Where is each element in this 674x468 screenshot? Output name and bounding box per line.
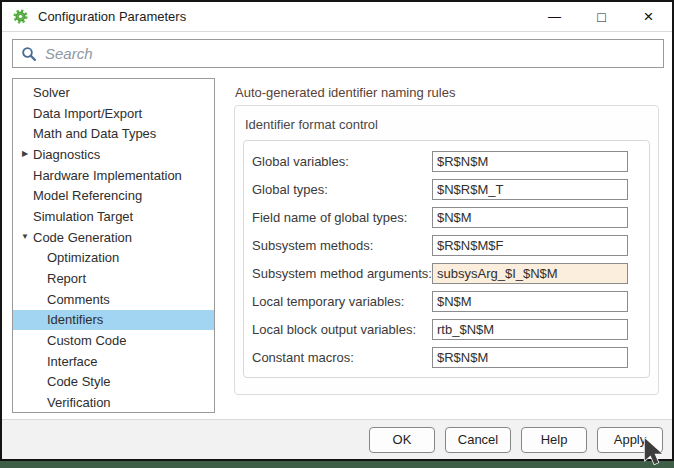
- search-bar: [12, 39, 664, 68]
- title-bar: Configuration Parameters — □ ×: [2, 2, 672, 32]
- field-input[interactable]: [432, 151, 628, 172]
- window-controls: — □ ×: [531, 2, 672, 31]
- field-label: Field name of global types:: [252, 210, 432, 225]
- field-row-global-types: Global types:: [252, 179, 641, 200]
- identifier-format-control-group: Global variables: Global types: Field na…: [243, 140, 650, 378]
- sidebar-item-simulation-target[interactable]: Simulation Target: [13, 206, 214, 227]
- close-button[interactable]: ×: [625, 2, 672, 31]
- field-row-subsystem-methods: Subsystem methods:: [252, 235, 641, 256]
- search-icon: [21, 46, 37, 62]
- tree-item-label: Report: [47, 271, 86, 286]
- sidebar-item-model-referencing[interactable]: Model Referencing: [13, 185, 214, 206]
- sidebar-item-diagnostics[interactable]: ▶ Diagnostics: [13, 144, 214, 165]
- category-tree: Solver Data Import/Export Math and Data …: [12, 78, 215, 413]
- sidebar-item-math-and-data-types[interactable]: Math and Data Types: [13, 123, 214, 144]
- tree-item-label: Solver: [33, 85, 70, 100]
- mouse-cursor: [642, 437, 666, 467]
- tree-item-label: Custom Code: [47, 333, 126, 348]
- sidebar-item-report[interactable]: Report: [13, 268, 214, 289]
- field-label: Global types:: [252, 182, 432, 197]
- tree-arrow-icon[interactable]: ▶: [17, 150, 33, 158]
- sidebar-item-solver[interactable]: Solver: [13, 82, 214, 103]
- field-row-constant-macros: Constant macros:: [252, 347, 641, 368]
- sidebar-item-identifiers[interactable]: Identifiers: [13, 310, 214, 331]
- tree-item-label: Identifiers: [47, 312, 103, 327]
- group-title: Identifier format control: [245, 117, 650, 132]
- configuration-parameters-window: Configuration Parameters — □ × Solver: [0, 0, 674, 461]
- sidebar-item-custom-code[interactable]: Custom Code: [13, 330, 214, 351]
- help-button[interactable]: Help: [521, 427, 587, 453]
- tree-item-label: Simulation Target: [33, 209, 133, 224]
- sidebar-item-comments[interactable]: Comments: [13, 289, 214, 310]
- tree-item-label: Math and Data Types: [33, 126, 156, 141]
- field-input[interactable]: [432, 207, 628, 228]
- section-heading: Auto-generated identifier naming rules: [235, 85, 455, 100]
- tree-item-label: Interface: [47, 354, 98, 369]
- tree-item-label: Code Generation: [33, 230, 132, 245]
- window-title: Configuration Parameters: [38, 9, 186, 24]
- app-gear-icon: [12, 8, 29, 25]
- tree-item-label: Model Referencing: [33, 188, 142, 203]
- field-label: Subsystem methods:: [252, 238, 432, 253]
- tree-item-label: Hardware Implementation: [33, 168, 182, 183]
- sidebar-item-verification[interactable]: Verification: [13, 392, 214, 413]
- field-label: Constant macros:: [252, 350, 432, 365]
- field-input[interactable]: [432, 291, 628, 312]
- tree-item-label: Data Import/Export: [33, 106, 142, 121]
- field-row-local-temporary-variables: Local temporary variables:: [252, 291, 641, 312]
- ok-button[interactable]: OK: [369, 427, 435, 453]
- field-label: Global variables:: [252, 154, 432, 169]
- sidebar-item-code-style[interactable]: Code Style: [13, 372, 214, 393]
- field-label: Local block output variables:: [252, 322, 432, 337]
- cancel-button[interactable]: Cancel: [445, 427, 511, 453]
- tree-item-label: Verification: [47, 395, 111, 410]
- field-row-local-block-output-variables: Local block output variables:: [252, 319, 641, 340]
- field-input[interactable]: [432, 179, 628, 200]
- identifiers-pane: Auto-generated identifier naming rules I…: [226, 78, 664, 411]
- field-input[interactable]: [432, 235, 628, 256]
- field-input[interactable]: [432, 263, 628, 284]
- button-bar: OK Cancel Help Apply: [2, 419, 672, 459]
- field-row-field-name-of-global-types: Field name of global types:: [252, 207, 641, 228]
- desktop-background: Configuration Parameters — □ × Solver: [0, 0, 674, 468]
- field-row-global-variables: Global variables:: [252, 151, 641, 172]
- field-input[interactable]: [432, 319, 628, 340]
- tree-arrow-icon[interactable]: ▼: [17, 233, 33, 241]
- minimize-button[interactable]: —: [531, 2, 578, 31]
- sidebar-item-interface[interactable]: Interface: [13, 351, 214, 372]
- tree-item-label: Comments: [47, 292, 110, 307]
- naming-rules-panel: Identifier format control Global variabl…: [234, 105, 659, 395]
- tree-item-label: Diagnostics: [33, 147, 100, 162]
- tree-item-label: Code Style: [47, 374, 111, 389]
- sidebar-item-data-import-export[interactable]: Data Import/Export: [13, 103, 214, 124]
- sidebar-item-code-generation[interactable]: ▼ Code Generation: [13, 227, 214, 248]
- maximize-button[interactable]: □: [578, 2, 625, 31]
- field-label: Subsystem method arguments:: [252, 266, 432, 281]
- sidebar-item-optimization[interactable]: Optimization: [13, 248, 214, 269]
- search-input[interactable]: [45, 45, 655, 62]
- field-row-subsystem-method-arguments: Subsystem method arguments:: [252, 263, 641, 284]
- field-input[interactable]: [432, 347, 628, 368]
- tree-item-label: Optimization: [47, 250, 119, 265]
- sidebar-item-hardware-implementation[interactable]: Hardware Implementation: [13, 165, 214, 186]
- field-label: Local temporary variables:: [252, 294, 432, 309]
